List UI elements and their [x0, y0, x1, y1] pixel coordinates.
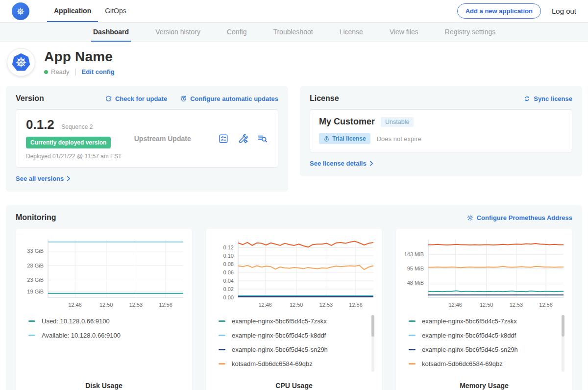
legend-label: example-nginx-5bc6f5d4c5-sn29h: [232, 346, 328, 353]
edit-config-link[interactable]: Edit config: [82, 68, 115, 75]
tab-gitops[interactable]: GitOps: [98, 0, 133, 22]
tab-view-files[interactable]: View files: [388, 23, 420, 42]
legend-item: example-nginx-5bc6f5d4c5-7zskx: [401, 314, 567, 328]
license-details-card: My Customer Unstable Trial license Does …: [310, 109, 572, 152]
tab-application[interactable]: Application: [47, 0, 98, 22]
svg-text:28 GiB: 28 GiB: [27, 263, 44, 268]
chevron-right-icon: [67, 176, 71, 181]
app-subnav: Dashboard Version history Config Trouble…: [0, 23, 588, 42]
version-number: 0.1.2: [26, 117, 54, 132]
legend-label: example-nginx-5bc6f5d4c5-k8ddf: [422, 332, 516, 339]
svg-text:12:50: 12:50: [290, 302, 303, 308]
svg-text:12:46: 12:46: [68, 302, 82, 308]
svg-text:0.06: 0.06: [223, 269, 234, 275]
logout-link[interactable]: Log out: [552, 7, 576, 15]
disk-usage-legend: Used: 10.128.0.66:9100Available: 10.128.…: [21, 314, 187, 342]
kubernetes-logo-icon[interactable]: [12, 2, 29, 20]
deployed-timestamp: Deployed 01/21/22 @ 11:57 am EST: [26, 153, 122, 160]
divider: [75, 69, 76, 75]
svg-text:23 GiB: 23 GiB: [27, 277, 44, 283]
legend-item: Used: 10.128.0.66:9100: [21, 314, 187, 328]
chart-title: CPU Usage: [211, 376, 377, 390]
add-application-button[interactable]: Add a new application: [457, 3, 541, 19]
page-title: App Name: [44, 49, 115, 65]
gear-icon: [466, 214, 474, 221]
configure-automatic-updates-link[interactable]: Configure automatic updates: [180, 95, 278, 102]
main-nav-tabs: Application GitOps: [47, 0, 133, 22]
legend-swatch-icon: [409, 363, 416, 365]
summary-cards-row: Version Check for update Configure autom…: [0, 84, 588, 192]
configure-prometheus-label: Configure Prometheus Address: [477, 214, 572, 221]
license-type-label: Trial license: [332, 135, 366, 142]
svg-text:12:56: 12:56: [159, 302, 172, 308]
view-logs-icon[interactable]: [257, 133, 268, 144]
refresh-icon: [105, 95, 112, 102]
tab-config[interactable]: Config: [225, 23, 248, 42]
svg-text:0.00: 0.00: [223, 294, 234, 300]
legend-scrollbar[interactable]: [562, 315, 564, 372]
wrench-gear-icon[interactable]: [238, 133, 248, 144]
license-card-title: License: [310, 94, 339, 103]
svg-text:12:53: 12:53: [129, 302, 143, 308]
svg-text:0.10: 0.10: [223, 253, 234, 259]
svg-text:0.02: 0.02: [223, 286, 234, 292]
version-card: Version Check for update Configure autom…: [6, 86, 288, 192]
legend-label: example-nginx-5bc6f5d4c5-7zskx: [422, 317, 517, 325]
configure-prometheus-link[interactable]: Configure Prometheus Address: [466, 214, 572, 221]
clock-refresh-icon: [180, 95, 187, 102]
cpu-usage-chart: 0.000.020.040.060.080.100.1212:4612:5012…: [212, 236, 376, 310]
license-type-badge: Trial license: [319, 133, 370, 144]
legend-item: kotsadm-5db6dc6584-69qbz: [401, 357, 567, 371]
svg-text:19 GiB: 19 GiB: [27, 289, 44, 294]
svg-text:33 GiB: 33 GiB: [27, 248, 44, 254]
svg-text:143 MiB: 143 MiB: [404, 251, 424, 257]
see-license-details-link[interactable]: See license details: [310, 160, 374, 167]
legend-label: example-nginx-5bc6f5d4c5-7zskx: [232, 317, 327, 325]
cpu-usage-chart-card: 0.000.020.040.060.080.100.1212:4612:5012…: [206, 229, 382, 390]
legend-item: example-nginx-5bc6f5d4c5-sn29h: [401, 342, 567, 357]
svg-text:12:46: 12:46: [448, 302, 462, 308]
legend-swatch-icon: [219, 320, 225, 322]
legend-scrollbar[interactable]: [371, 315, 374, 372]
svg-text:0.04: 0.04: [223, 278, 234, 284]
legend-item: Available: 10.128.0.66:9100: [21, 328, 187, 342]
stopwatch-icon: [323, 136, 330, 142]
chart-title: Disk Usage: [21, 376, 187, 390]
customer-name: My Customer: [319, 117, 375, 127]
see-all-versions-label: See all versions: [16, 175, 64, 182]
tab-version-history[interactable]: Version history: [153, 23, 202, 42]
svg-text:12:46: 12:46: [258, 302, 272, 308]
license-expiry: Does not expire: [377, 135, 421, 143]
tab-registry-settings[interactable]: Registry settings: [443, 23, 497, 42]
svg-text:12:56: 12:56: [349, 302, 363, 308]
configure-updates-label: Configure automatic updates: [190, 95, 278, 102]
current-version-card: 0.1.2 Sequence 2 Currently deployed vers…: [16, 109, 278, 168]
memory-usage-chart-card: 48 MiB95 MiB143 MiB12:4612:5012:5312:56 …: [396, 229, 572, 390]
legend-label: Used: 10.128.0.66:9100: [42, 317, 110, 325]
tab-dashboard[interactable]: Dashboard: [91, 23, 131, 42]
sync-license-link[interactable]: Sync license: [523, 95, 572, 102]
monitoring-title: Monitoring: [16, 213, 56, 222]
chart-title: Memory Usage: [401, 376, 567, 390]
top-navbar: Application GitOps Add a new application…: [0, 0, 588, 23]
preflight-checks-icon[interactable]: [218, 133, 229, 144]
legend-swatch-icon: [409, 335, 416, 336]
legend-label: example-nginx-5bc6f5d4c5-sn29h: [422, 346, 518, 353]
tab-troubleshoot[interactable]: Troubleshoot: [271, 23, 315, 42]
see-all-versions-link[interactable]: See all versions: [16, 175, 71, 182]
legend-swatch-icon: [219, 335, 225, 336]
sync-license-label: Sync license: [534, 95, 572, 102]
see-license-details-label: See license details: [310, 160, 367, 167]
check-for-update-label: Check for update: [115, 95, 167, 102]
svg-text:12:50: 12:50: [480, 302, 493, 308]
svg-text:95 MiB: 95 MiB: [407, 266, 424, 271]
memory-usage-legend: example-nginx-5bc6f5d4c5-7zskxexample-ng…: [401, 314, 567, 371]
check-for-update-link[interactable]: Check for update: [105, 95, 167, 102]
svg-text:12:50: 12:50: [99, 302, 113, 308]
status-text: Ready: [51, 68, 70, 75]
app-icon: [7, 48, 35, 76]
cpu-usage-legend: example-nginx-5bc6f5d4c5-7zskxexample-ng…: [211, 314, 377, 371]
svg-text:12:53: 12:53: [510, 302, 523, 308]
tab-license[interactable]: License: [338, 23, 365, 42]
legend-swatch-icon: [409, 320, 416, 322]
